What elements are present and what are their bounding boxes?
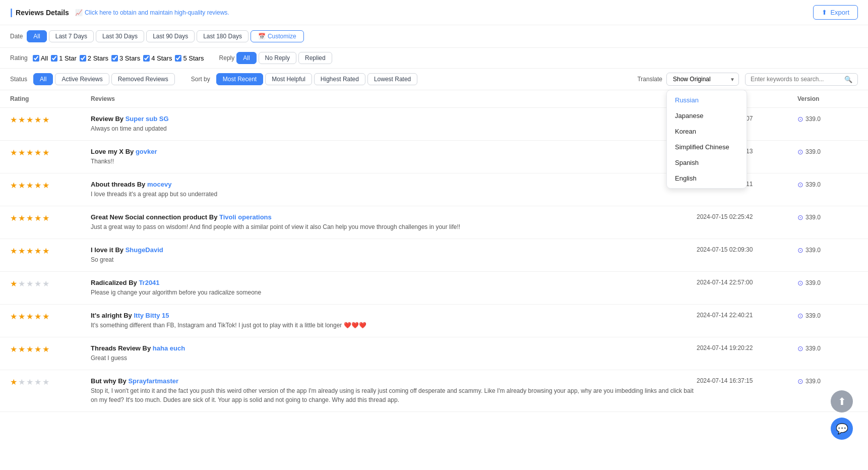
review-date: 2024-07-15 02:09:30 — [697, 246, 797, 253]
export-button[interactable]: ⬆ Export — [813, 5, 858, 20]
lang-simplified-chinese[interactable]: Simplified Chinese — [667, 139, 747, 155]
review-stars: ★★★★★ — [10, 115, 91, 125]
version-icon: ⊙ — [797, 148, 803, 156]
date-filter-90[interactable]: Last 90 Days — [146, 30, 195, 42]
review-content: Love my X By govker Thanks!! — [91, 148, 697, 166]
star-empty-icon: ★ — [42, 377, 49, 387]
date-filter-30[interactable]: Last 30 Days — [96, 30, 144, 42]
star-filled-icon: ★ — [42, 213, 49, 223]
review-author-link[interactable]: ShugeDavid — [126, 246, 163, 254]
rating-4star-checkbox[interactable]: 4 Stars — [143, 54, 172, 62]
star-filled-icon: ★ — [26, 148, 33, 157]
date-filter-180[interactable]: Last 180 Days — [197, 30, 249, 42]
star-filled-icon: ★ — [42, 312, 49, 321]
version-icon: ⊙ — [797, 246, 803, 254]
review-author-link[interactable]: Itty Bitty 15 — [134, 312, 169, 319]
star-filled-icon: ★ — [34, 148, 41, 157]
review-stars: ★★★★★ — [10, 279, 91, 288]
sort-highest-button[interactable]: Highest Rated — [314, 73, 365, 85]
status-sort-row: Status All Active Reviews Removed Review… — [0, 69, 868, 90]
star-filled-icon: ★ — [10, 377, 17, 387]
date-filter-all[interactable]: All — [27, 30, 46, 42]
col-reviews: Reviews — [91, 95, 697, 102]
fab-container: ⬆ 💬 — [831, 390, 853, 440]
version-number: 339.0 — [805, 378, 821, 385]
status-active-button[interactable]: Active Reviews — [55, 73, 109, 85]
star-filled-icon: ★ — [10, 344, 17, 354]
star-empty-icon: ★ — [34, 377, 41, 387]
reply-all-button[interactable]: All — [236, 52, 256, 64]
rating-checkboxes: All 1 Star 2 Stars 3 Stars 4 Stars 5 Sta… — [33, 54, 204, 62]
review-body: It's something different than FB, Instag… — [91, 321, 697, 330]
translate-select[interactable]: Show Original Russian Japanese Korean Si… — [666, 73, 739, 86]
review-author-link[interactable]: Tr2041 — [139, 279, 159, 286]
rating-all-checkbox[interactable]: All — [33, 54, 48, 62]
review-author-link[interactable]: Sprayfartmaster — [128, 377, 178, 385]
star-empty-icon: ★ — [18, 279, 25, 288]
review-body: Please ig change your algorithm before y… — [91, 288, 697, 297]
star-empty-icon: ★ — [42, 279, 49, 288]
star-filled-icon: ★ — [34, 246, 41, 256]
search-icon[interactable]: 🔍 — [844, 76, 852, 83]
version-number: 339.0 — [805, 181, 821, 188]
rating-2star-checkbox[interactable]: 2 Stars — [80, 54, 108, 62]
sort-recent-button[interactable]: Most Recent — [216, 73, 263, 85]
customize-button[interactable]: 📅 Customize — [251, 30, 304, 42]
star-filled-icon: ★ — [42, 115, 49, 125]
sort-helpful-button[interactable]: Most Helpful — [265, 73, 312, 85]
star-filled-icon: ★ — [34, 115, 41, 125]
review-version: ⊙ 339.0 — [797, 181, 858, 189]
upload-fab-button[interactable]: ⬆ — [831, 390, 853, 413]
review-author-link[interactable]: Super sub SG — [126, 115, 169, 123]
review-body: Thanks!! — [91, 157, 697, 166]
review-version: ⊙ 339.0 — [797, 344, 858, 352]
lang-spanish[interactable]: Spanish — [667, 155, 747, 170]
star-filled-icon: ★ — [10, 115, 17, 125]
reply-no-reply-button[interactable]: No Reply — [259, 52, 296, 64]
version-number: 339.0 — [805, 247, 821, 254]
review-title: Threads Review By haha euch — [91, 344, 697, 352]
rating-5star-checkbox[interactable]: 5 Stars — [175, 54, 204, 62]
lang-russian[interactable]: Russian — [667, 92, 747, 108]
review-body: Just a great way to pass on wisdom! And … — [91, 222, 697, 231]
review-title: Love my X By govker — [91, 148, 697, 155]
quality-reviews-link[interactable]: 📈 Click here to obtain and maintain high… — [75, 9, 229, 16]
page-title: Reviews Details — [10, 7, 69, 18]
review-version: ⊙ 339.0 — [797, 377, 858, 385]
search-input[interactable] — [751, 76, 841, 83]
review-date: 2024-07-14 16:37:15 — [697, 377, 797, 384]
review-stars: ★★★★★ — [10, 213, 91, 223]
date-filter-7[interactable]: Last 7 Days — [49, 30, 94, 42]
rating-3star-checkbox[interactable]: 3 Stars — [111, 54, 140, 62]
translate-dropdown-wrapper: Show Original Russian Japanese Korean Si… — [666, 73, 739, 86]
star-empty-icon: ★ — [18, 377, 25, 387]
review-author-link[interactable]: Tivoli operations — [219, 213, 272, 221]
review-date: 2024-07-14 19:20:22 — [697, 344, 797, 351]
table-row: ★★★★★ I love it By ShugeDavid So great 2… — [0, 239, 868, 272]
reply-replied-button[interactable]: Replied — [298, 52, 332, 64]
star-filled-icon: ★ — [10, 279, 17, 288]
lang-english[interactable]: English — [667, 170, 747, 186]
version-number: 339.0 — [805, 214, 821, 221]
chat-fab-button[interactable]: 💬 — [831, 418, 853, 440]
review-content: It's alright By Itty Bitty 15 It's somet… — [91, 312, 697, 330]
version-icon: ⊙ — [797, 279, 803, 287]
review-content: Threads Review By haha euch Great I gues… — [91, 344, 697, 363]
lang-korean[interactable]: Korean — [667, 124, 747, 139]
star-filled-icon: ★ — [18, 312, 25, 321]
sort-lowest-button[interactable]: Lowest Rated — [367, 73, 417, 85]
status-removed-button[interactable]: Removed Reviews — [111, 73, 175, 85]
star-filled-icon: ★ — [34, 181, 41, 190]
review-body: Stop it, I won't get into it and the fac… — [91, 386, 697, 404]
review-content: Great New Social connection product By T… — [91, 213, 697, 231]
star-filled-icon: ★ — [42, 181, 49, 190]
review-author-link[interactable]: govker — [136, 148, 157, 155]
review-author-link[interactable]: haha euch — [153, 344, 185, 352]
status-all-button[interactable]: All — [33, 73, 53, 85]
star-empty-icon: ★ — [34, 279, 41, 288]
review-content: About threads By mocevy I love threads i… — [91, 181, 697, 199]
date-filter-group: All Last 7 Days Last 30 Days Last 90 Day… — [27, 30, 303, 42]
rating-1star-checkbox[interactable]: 1 Star — [51, 54, 77, 62]
review-author-link[interactable]: mocevy — [147, 181, 171, 188]
lang-japanese[interactable]: Japanese — [667, 108, 747, 124]
